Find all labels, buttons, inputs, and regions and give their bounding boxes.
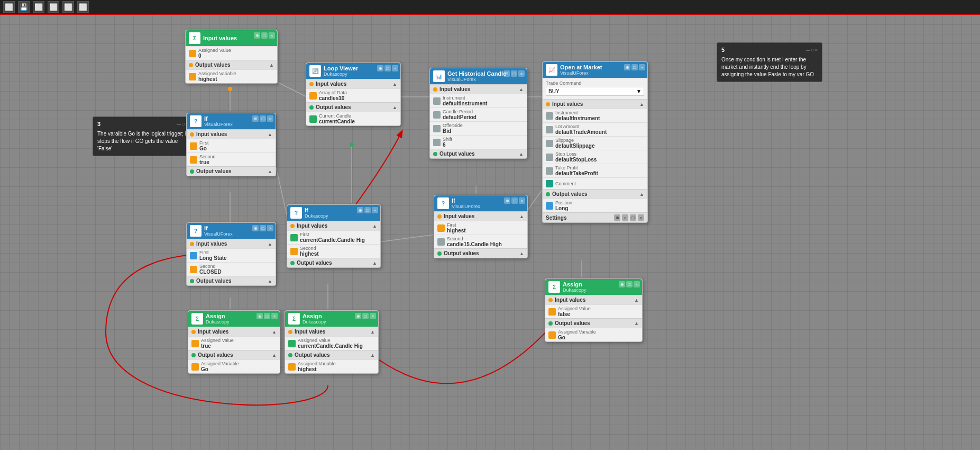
toolbar: ⬜ 💾 ⬜ ⬜ ⬜ ⬜ [0, 0, 980, 15]
output-section[interactable]: Output values ▲ [543, 189, 647, 199]
output-values-section[interactable]: Output values ▲ [186, 60, 277, 69]
svg-point-21 [474, 182, 478, 186]
comment-text-1: The varaible Go is the logical trigger; … [97, 130, 188, 152]
node-open-at-market-header[interactable]: 📈 Open at Market VisualUForex ⊕ □ × [543, 62, 647, 78]
node-if-2-header[interactable]: ? If VisualUForex ⊕ □ × [187, 223, 276, 239]
input-section[interactable]: Input values ▲ [545, 295, 642, 304]
node-if-3-subtitle: Dukascopy [305, 213, 328, 219]
node-assign-true-icon: Σ [191, 313, 203, 325]
node-loop-viewer-icon: 🔄 [309, 65, 321, 77]
node-assign-false-title: Assign [563, 281, 587, 287]
node-assign-true-subtitle: Dukascopy [206, 319, 230, 325]
toolbar-button-3[interactable]: ⬜ [33, 1, 44, 13]
node-loop-viewer-header[interactable]: 🔄 Loop Viewer Dukascopy ⊕ □ × [306, 63, 400, 79]
svg-line-6 [375, 235, 435, 242]
comment-number-1: 3 [97, 120, 100, 128]
node-if-2-title: If [204, 225, 233, 231]
node-get-historical-subtitle: VisualUForex [447, 77, 506, 82]
node-assign-true-header[interactable]: Σ Assign Dukascopy ⊕ □ × [188, 311, 280, 327]
node-if-4-title: If [452, 197, 480, 204]
assigned-value-row: Assigned Value 0 [186, 46, 277, 60]
node-if-4-header[interactable]: ? If VisualUForex ⊕ □ × [434, 195, 527, 211]
input-section[interactable]: Input values ▲ [188, 327, 280, 336]
svg-point-19 [326, 280, 330, 284]
trade-command-dropdown[interactable]: BUY ▼ [546, 87, 644, 96]
node-if-3-title: If [305, 207, 328, 213]
highest-label-1: highest [447, 228, 524, 233]
svg-point-23 [580, 256, 584, 260]
svg-line-0 [275, 81, 307, 97]
node-input-values-1-title: Input values [203, 35, 237, 41]
output-section[interactable]: Output values ▲ [188, 350, 280, 359]
row-icon [189, 50, 196, 57]
toolbar-button-2[interactable]: 💾 [18, 1, 30, 13]
node-get-historical-icon: 📊 [433, 70, 445, 82]
closed-label: CLOSED [199, 269, 272, 275]
node-if-1-icon: ? [190, 115, 202, 127]
node-if-4: ? If VisualUForex ⊕ □ × Input values ▲ F… [434, 195, 528, 258]
input-section[interactable]: Input values ▲ [543, 99, 647, 109]
node-input-values-1-icon: Σ [189, 32, 200, 44]
comment-number-2: 5 [721, 46, 725, 54]
node-get-historical-candle: 📊 Get Historical Candle VisualUForex ⊕ □… [429, 68, 527, 159]
svg-point-25 [350, 142, 354, 147]
comment-text-2: Once my condition is met I enter the mar… [721, 56, 818, 78]
output-section[interactable]: Output values ▲ [287, 258, 380, 267]
node-assign-true: Σ Assign Dukascopy ⊕ □ × Input values ▲ … [188, 310, 280, 374]
node-if-1-title: If [204, 115, 233, 122]
node-open-at-market-subtitle: VisualUForex [560, 70, 602, 76]
node-assign-false-subtitle: Dukascopy [563, 287, 587, 293]
svg-point-17 [228, 293, 232, 298]
node-loop-viewer-subtitle: Dukascopy [324, 71, 358, 77]
node-open-at-market-icon: 📈 [546, 64, 557, 76]
toolbar-button-1[interactable]: ⬜ [3, 1, 15, 13]
node-loop-viewer: 🔄 Loop Viewer Dukascopy ⊕ □ × Input valu… [306, 62, 401, 126]
comment-box-2: 5 — □ × Once my condition is met I enter… [717, 42, 822, 82]
node-assign-highest-header[interactable]: Σ Assign Dukascopy ⊕ □ × [285, 311, 378, 327]
comment-controls-2[interactable]: — □ × [806, 47, 818, 53]
input-section[interactable]: Input values ▲ [187, 129, 276, 139]
canvas: 3 — □ × The varaible Go is the logical t… [0, 15, 980, 450]
output-section[interactable]: Output values ▲ [306, 102, 400, 112]
node-if-4-subtitle: VisualUForex [452, 204, 480, 209]
output-section[interactable]: Output values ▲ [434, 248, 527, 258]
node-if-4-icon: ? [437, 197, 449, 209]
node-assign-false-header[interactable]: Σ Assign Dukascopy ⊕ □ × [545, 279, 642, 295]
node-input-values-1: Σ Input values ⊕ □ × Assigned Value 0 Ou… [185, 30, 278, 84]
node-if-2: ? If VisualUForex ⊕ □ × Input values ▲ F… [186, 222, 276, 286]
input-section[interactable]: Input values ▲ [287, 221, 380, 230]
output-section[interactable]: Output values ▲ [545, 318, 642, 328]
node-if-2-icon: ? [190, 225, 202, 237]
node-if-3: ? If Dukascopy ⊕ □ × Input values ▲ Firs… [287, 204, 381, 268]
node-get-historical-title: Get Historical Candle [447, 70, 506, 77]
input-section[interactable]: Input values ▲ [434, 211, 527, 221]
node-assign-highest-icon: Σ [288, 313, 300, 325]
input-section[interactable]: Input values ▲ [306, 79, 400, 88]
node-if-3-icon: ? [290, 207, 302, 219]
output-section[interactable]: Output values ▲ [285, 350, 378, 359]
output-section[interactable]: Output values ▲ [430, 149, 527, 158]
toolbar-button-6[interactable]: ⬜ [77, 1, 89, 13]
output-section[interactable]: Output values ▲ [187, 166, 276, 176]
toolbar-button-4[interactable]: ⬜ [48, 1, 59, 13]
node-if-1-header[interactable]: ? If VisualUForex ⊕ □ × [187, 113, 276, 129]
row-icon [189, 73, 196, 80]
input-section[interactable]: Input values ▲ [187, 239, 276, 248]
comment-box-1: 3 — □ × The varaible Go is the logical t… [93, 116, 193, 156]
node-if-1-subtitle: VisualUForex [204, 122, 233, 127]
settings-section[interactable]: Settings ⊕ ○ □ × [543, 212, 647, 222]
node-input-values-1-header[interactable]: Σ Input values ⊕ □ × [186, 30, 277, 46]
highest-label-2: highest [300, 251, 377, 257]
node-assign-highest-title: Assign [303, 313, 326, 319]
input-section[interactable]: Input values ▲ [430, 84, 527, 94]
node-assign-highest-subtitle: Dukascopy [303, 319, 326, 325]
node-if-3-header[interactable]: ? If Dukascopy ⊕ □ × [287, 205, 380, 221]
node-open-at-market-title: Open at Market [560, 64, 602, 70]
row-content: Assigned Value 0 [198, 48, 274, 59]
output-section[interactable]: Output values ▲ [187, 276, 276, 285]
input-section[interactable]: Input values ▲ [285, 327, 378, 336]
node-get-historical-header[interactable]: 📊 Get Historical Candle VisualUForex ⊕ □… [430, 68, 527, 84]
node-assign-false: Σ Assign Dukascopy ⊕ □ × Input values ▲ … [545, 278, 643, 342]
toolbar-button-5[interactable]: ⬜ [62, 1, 74, 13]
svg-point-13 [228, 87, 232, 91]
